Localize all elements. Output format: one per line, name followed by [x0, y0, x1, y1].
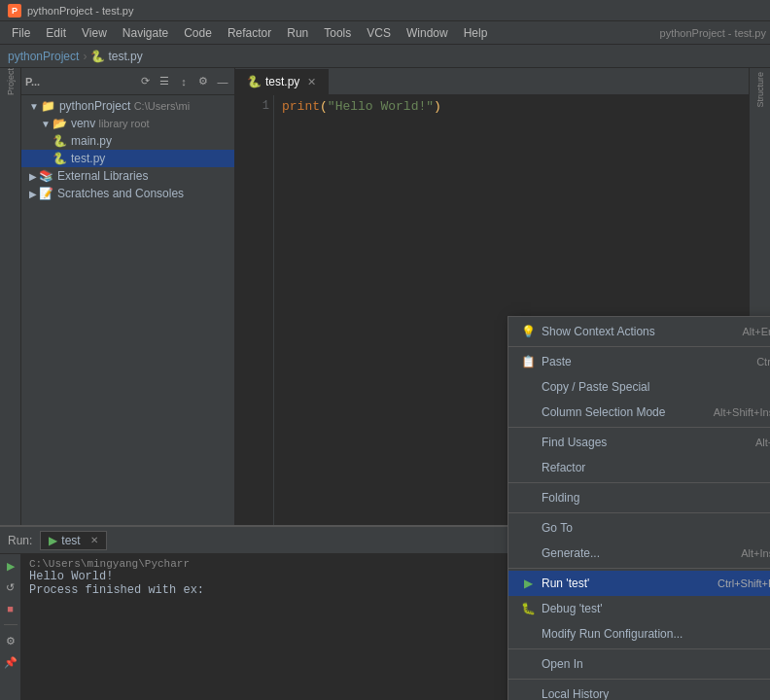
- menu-vcs[interactable]: VCS: [359, 24, 399, 42]
- ctx-modify-run[interactable]: Modify Run Configuration...: [508, 621, 770, 647]
- ctx-icon-empty9: [520, 686, 536, 700]
- app-icon: P: [8, 4, 21, 18]
- tree-item-external-libs[interactable]: ▶ 📚 External Libraries: [21, 167, 234, 185]
- ext-lib-icon: 📚: [39, 169, 53, 183]
- project-minus-icon[interactable]: —: [215, 74, 230, 89]
- menu-help[interactable]: Help: [456, 24, 496, 42]
- run-pin-icon[interactable]: 📌: [3, 654, 18, 670]
- project-label: P...: [25, 76, 40, 88]
- sidebar-icon-panel: Project: [0, 68, 21, 525]
- menu-navigate[interactable]: Navigate: [115, 24, 176, 42]
- run-settings-icon[interactable]: ⚙: [3, 633, 18, 648]
- structure-label[interactable]: Structure: [755, 72, 765, 108]
- ctx-run-test[interactable]: ▶ Run 'test' Ctrl+Shift+F10: [508, 571, 770, 596]
- title-bar: P pythonProject - test.py: [0, 0, 770, 21]
- ctx-find-usages[interactable]: Find Usages Alt+F7: [508, 430, 770, 455]
- paste-icon: 📋: [520, 354, 536, 369]
- run-tab-close[interactable]: ✕: [90, 535, 98, 545]
- ctx-copy-paste-special[interactable]: Copy / Paste Special ›: [508, 374, 770, 400]
- ctx-sep-3: [508, 482, 770, 483]
- breadcrumb-file[interactable]: 🐍test.py: [90, 50, 142, 63]
- tree-item-label: pythonProject C:\Users\mi: [59, 99, 190, 113]
- ctx-folding[interactable]: Folding ›: [508, 485, 770, 510]
- py-file-icon: 🐍: [52, 134, 67, 148]
- ctx-label-refactor: Refactor: [542, 461, 585, 474]
- ctx-icon-empty5: [520, 490, 536, 506]
- ctx-icon-empty2: [520, 404, 536, 420]
- ctx-sep-2: [508, 427, 770, 428]
- ctx-paste[interactable]: 📋 Paste Ctrl+V: [508, 349, 770, 374]
- line-num-1: 1: [243, 99, 269, 113]
- menu-view[interactable]: View: [74, 24, 115, 42]
- ctx-label-run-test: Run 'test': [542, 577, 589, 590]
- tree-item-testpy-label: test.py: [71, 152, 105, 165]
- ctx-sep-5: [508, 568, 770, 569]
- ctx-label-generate: Generate...: [542, 546, 600, 560]
- expand-arrow-scratch: ▶: [29, 189, 37, 199]
- tree-item-venv[interactable]: ▼ 📂 venv library root: [21, 115, 234, 132]
- py-file-icon-test: 🐍: [52, 152, 67, 165]
- menu-file[interactable]: File: [4, 24, 38, 42]
- run-play-icon[interactable]: ▶: [3, 558, 18, 574]
- project-panel: P... ⟳ ☰ ↕ ⚙ — ▼ 📁 pythonProject C:\User…: [21, 68, 235, 525]
- ctx-open-in[interactable]: Open In ›: [508, 651, 770, 677]
- tab-close-btn[interactable]: ✕: [307, 76, 316, 88]
- breadcrumb-project[interactable]: pythonProject: [8, 50, 79, 63]
- ctx-local-history[interactable]: Local History ›: [508, 682, 770, 700]
- tab-label: test.py: [265, 75, 299, 88]
- ctx-show-context-actions[interactable]: 💡 Show Context Actions Alt+Enter: [508, 319, 770, 344]
- menu-run[interactable]: Run: [279, 24, 316, 42]
- project-sort-icon[interactable]: ↕: [176, 74, 192, 89]
- menu-edit[interactable]: Edit: [38, 24, 74, 42]
- project-list-icon[interactable]: ☰: [157, 74, 172, 89]
- ctx-icon-empty6: [520, 520, 536, 536]
- tree-item-ext-label: External Libraries: [57, 169, 148, 183]
- menu-refactor[interactable]: Refactor: [220, 24, 279, 42]
- menu-tools[interactable]: Tools: [316, 24, 359, 42]
- modify-run-icon: [520, 626, 536, 642]
- run-separator-icon: [4, 624, 18, 625]
- tab-testpy[interactable]: 🐍 test.py ✕: [235, 69, 329, 94]
- ctx-shortcut-show-context: Alt+Enter: [742, 326, 770, 337]
- menu-window[interactable]: Window: [399, 24, 456, 42]
- tree-item-mainpy[interactable]: 🐍 main.py: [21, 132, 234, 150]
- project-settings-icon[interactable]: ⚙: [195, 74, 211, 89]
- run-stop-icon[interactable]: ■: [3, 601, 18, 616]
- project-sync-icon[interactable]: ⟳: [137, 74, 153, 89]
- menu-code[interactable]: Code: [176, 24, 220, 42]
- ctx-label-show-context: Show Context Actions: [542, 325, 655, 338]
- ctx-icon-empty3: [520, 435, 536, 450]
- ctx-generate[interactable]: Generate... Alt+Insert: [508, 541, 770, 566]
- tree-item-testpy[interactable]: 🐍 test.py: [21, 150, 234, 167]
- ctx-debug-test[interactable]: 🐛 Debug 'test': [508, 596, 770, 621]
- ctx-icon-empty1: [520, 379, 536, 395]
- ctx-shortcut-paste: Ctrl+V: [756, 356, 770, 368]
- ctx-refactor[interactable]: Refactor ›: [508, 455, 770, 480]
- main-layout: Project P... ⟳ ☰ ↕ ⚙ — ▼ 📁 pythonProject…: [0, 68, 770, 525]
- ctx-label-local-history: Local History: [542, 687, 609, 700]
- ctx-label-column-sel: Column Selection Mode: [542, 405, 665, 419]
- sidebar-project-icon[interactable]: Project: [1, 72, 20, 91]
- bulb-icon: 💡: [520, 324, 536, 339]
- ctx-label-folding: Folding: [542, 491, 579, 505]
- ctx-shortcut-find: Alt+F7: [755, 437, 770, 448]
- ctx-shortcut-generate: Alt+Insert: [741, 547, 770, 559]
- ctx-sep-4: [508, 512, 770, 513]
- run-label: Run:: [8, 534, 32, 547]
- tree-item-root[interactable]: ▼ 📁 pythonProject C:\Users\mi: [21, 97, 234, 115]
- run-rerun-icon[interactable]: ↺: [3, 579, 18, 595]
- ctx-shortcut-run-test: Ctrl+Shift+F10: [718, 578, 770, 589]
- run-tab-test[interactable]: ▶ test ✕: [40, 531, 106, 550]
- ctx-go-to[interactable]: Go To ›: [508, 515, 770, 541]
- tab-bar: 🐍 test.py ✕: [235, 68, 749, 95]
- run-tab-icon: ▶: [49, 534, 57, 547]
- run-icon: ▶: [520, 576, 536, 591]
- tab-py-icon: 🐍: [247, 75, 262, 88]
- run-tab-label: test: [61, 534, 80, 547]
- tree-item-scratches[interactable]: ▶ 📝 Scratches and Consoles: [21, 185, 234, 202]
- ctx-column-selection[interactable]: Column Selection Mode Alt+Shift+Insert: [508, 400, 770, 425]
- editor-container: 🐍 test.py ✕ 1 print("Hello World!") 💡 Sh…: [235, 68, 749, 525]
- breadcrumb: pythonProject › 🐍test.py: [0, 45, 770, 68]
- ctx-label-find-usages: Find Usages: [542, 436, 607, 449]
- run-side-icons: ▶ ↺ ■ ⚙ 📌: [0, 554, 21, 700]
